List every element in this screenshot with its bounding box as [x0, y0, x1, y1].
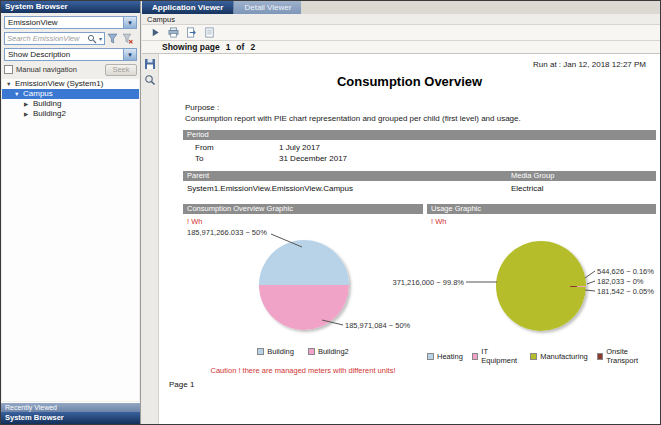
recently-viewed-header[interactable]: Recently Viewed [1, 402, 140, 412]
legend-swatch-it-equipment [472, 353, 478, 360]
description-select-value: Show Description [5, 50, 123, 59]
unit-warning-left: ! Wh [187, 217, 202, 226]
chevron-down-icon[interactable]: ▾ [123, 17, 136, 28]
clear-filter-icon[interactable] [122, 33, 135, 45]
description-select[interactable]: Show Description ▾ [4, 48, 137, 61]
legend-label: Manufacturing [540, 352, 588, 361]
viewer-side-toolbar [142, 54, 159, 424]
page-of-label: of [236, 42, 244, 52]
legend-swatch-building [257, 348, 264, 355]
pie-annotation: 544,626 ~ 0.16% [597, 267, 654, 276]
tree-item-building2[interactable]: ▶ Building2 [2, 109, 139, 119]
report-page: Run at : Jan 12, 2018 12:27 PM Consumpti… [159, 54, 660, 424]
consumption-legend: Building Building2 [183, 347, 423, 356]
page-total: 2 [250, 42, 255, 52]
legend-swatch-manufacturing [530, 353, 537, 360]
pie-annotation: 182,033 ~ 0% [597, 277, 644, 286]
legend-item: Onsite Transport [597, 347, 656, 365]
period-section-header: Period [183, 130, 656, 140]
tree-item-label: EmissionView (System1) [15, 79, 103, 89]
manual-navigation-row: Manual navigation Seek [4, 63, 137, 76]
system-browser-header[interactable]: System Browser [1, 1, 140, 13]
pie-annotation: 181,542 ~ 0.05% [597, 287, 654, 296]
breadcrumb[interactable]: Campus [142, 14, 660, 25]
filter-icon[interactable] [107, 33, 120, 45]
application-window: System Browser EmissionView ▾ ▾ Show Des… [0, 0, 661, 425]
search-row: ▾ [4, 32, 137, 45]
tree-item-building[interactable]: ▶ Building [2, 99, 139, 109]
pie-annotation: 371,216,000 ~ 99.8% [368, 278, 464, 287]
run-report-icon[interactable] [147, 26, 163, 39]
recently-viewed-label: Recently Viewed [5, 404, 57, 411]
from-label: From [195, 143, 214, 152]
legend-item: Manufacturing [530, 352, 588, 361]
usage-legend: Heating IT Equipment Manufacturing Onsit… [427, 347, 656, 365]
save-icon[interactable] [144, 58, 156, 70]
seek-button[interactable]: Seek [105, 64, 137, 76]
expander-down-icon[interactable]: ▼ [6, 79, 15, 89]
manual-navigation-label: Manual navigation [16, 65, 105, 74]
usage-pie-chart [496, 241, 586, 331]
search-options-chevron-icon[interactable]: ▾ [97, 35, 104, 42]
media-group-header-label: Media Group [511, 171, 554, 181]
consumption-pie-chart [259, 240, 349, 330]
unit-warning-right: ! Wh [431, 217, 446, 226]
search-input[interactable] [5, 34, 87, 43]
search-icon[interactable] [87, 34, 97, 44]
expander-right-icon[interactable]: ▶ [24, 99, 33, 109]
system-tree: ▼ EmissionView (System1) ▼ Campus ▶ Buil… [2, 79, 139, 401]
run-timestamp: Run at : Jan 12, 2018 12:27 PM [533, 60, 646, 69]
pie-annotation: 185,971,266.033 ~ 50% [187, 228, 267, 237]
to-value: 31 December 2017 [279, 154, 347, 163]
parent-section-header: Parent Media Group [183, 171, 656, 181]
system-browser-panel: System Browser EmissionView ▾ ▾ Show Des… [1, 1, 141, 424]
export-icon[interactable] [183, 26, 199, 39]
legend-item: Building [257, 347, 294, 356]
usage-graphic-header: Usage Graphic [427, 204, 656, 214]
print-icon[interactable] [165, 26, 181, 39]
search-field[interactable]: ▾ [4, 32, 105, 45]
legend-label: Building2 [318, 347, 349, 356]
page-setup-icon[interactable] [201, 26, 217, 39]
system-select-value: EmissionView [5, 18, 123, 27]
expander-down-icon[interactable]: ▼ [14, 89, 23, 99]
legend-swatch-onsite-transport [597, 353, 603, 360]
media-group-value: Electrical [511, 184, 543, 193]
page-footer: Page 1 [169, 380, 194, 389]
legend-item: Building2 [308, 347, 349, 356]
page-status-label: Showing page [162, 42, 220, 52]
system-browser-bottom-tab[interactable]: System Browser [1, 412, 140, 424]
tree-item-campus[interactable]: ▼ Campus [2, 89, 139, 99]
viewer-tabbar: Application Viewer Detail Viewer [142, 1, 660, 14]
tree-item-label: Campus [23, 89, 53, 99]
pie-annotation: 185,971,084 ~ 50% [345, 321, 410, 330]
parent-value: System1.EmissionView.EmissionView.Campus [187, 184, 353, 193]
purpose-label: Purpose : [185, 103, 219, 112]
to-label: To [195, 154, 203, 163]
system-browser-title: System Browser [5, 2, 68, 11]
system-select[interactable]: EmissionView ▾ [4, 16, 137, 29]
system-browser-bottom-label: System Browser [5, 413, 64, 422]
chevron-down-icon[interactable]: ▾ [123, 49, 136, 60]
legend-item: Heating [427, 352, 463, 361]
viewer-area: Application Viewer Detail Viewer Campus … [142, 1, 660, 424]
legend-label: Building [267, 347, 294, 356]
tree-item-emissionview[interactable]: ▼ EmissionView (System1) [2, 79, 139, 89]
manual-navigation-checkbox[interactable] [4, 65, 13, 74]
consumption-graphic-header: Consumption Overview Graphic [183, 204, 423, 214]
tree-item-label: Building [33, 99, 61, 109]
legend-label: Heating [437, 352, 463, 361]
expander-right-icon[interactable]: ▶ [24, 109, 33, 119]
legend-label: Onsite Transport [606, 347, 656, 365]
page-status: Showing page1of2 [142, 41, 660, 54]
purpose-text: Consumption report with PIE chart repres… [185, 114, 521, 123]
from-value: 1 July 2017 [279, 143, 320, 152]
tab-application-viewer[interactable]: Application Viewer [142, 1, 233, 14]
tab-detail-viewer[interactable]: Detail Viewer [233, 1, 301, 14]
report-title: Consumption Overview [159, 74, 660, 89]
legend-item: IT Equipment [472, 347, 521, 365]
zoom-icon[interactable] [144, 74, 156, 86]
legend-label: IT Equipment [481, 347, 521, 365]
tree-item-label: Building2 [33, 109, 66, 119]
legend-swatch-building2 [308, 348, 315, 355]
